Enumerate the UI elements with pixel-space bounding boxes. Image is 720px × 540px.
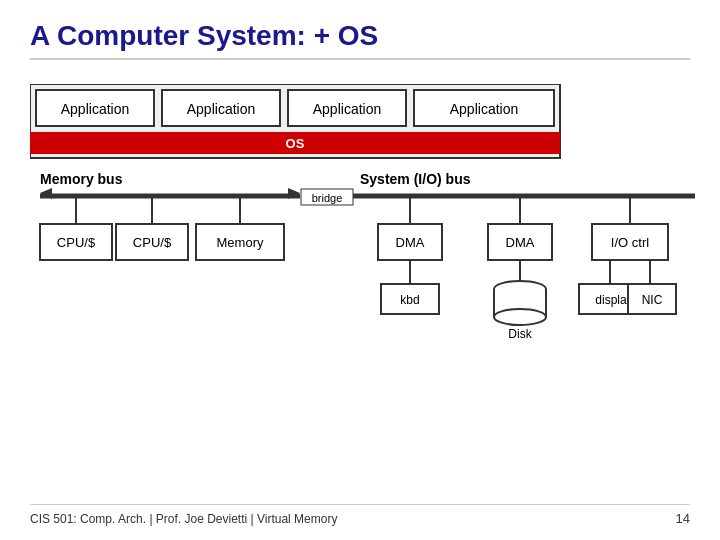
app4-label: Application [450,101,519,117]
diagram-area: Application Application Application Appl… [30,84,710,408]
footer-text: CIS 501: Comp. Arch. | Prof. Joe Deviett… [30,512,337,526]
system-bus-label: System (I/O) bus [360,171,471,187]
nic-label: NIC [642,293,663,307]
app2-label: Application [187,101,256,117]
memory-label: Memory [217,235,264,250]
app1-label: Application [61,101,130,117]
dma2-label: DMA [506,235,535,250]
kbd-label: kbd [400,293,419,307]
cpu1-label: CPU/$ [57,235,96,250]
app3-label: Application [313,101,382,117]
os-label: OS [286,136,305,151]
footer: CIS 501: Comp. Arch. | Prof. Joe Deviett… [30,504,690,526]
page-number: 14 [676,511,690,526]
diagram-svg: Application Application Application Appl… [30,84,710,404]
disk-label: Disk [508,327,532,341]
bridge-label: bridge [312,192,343,204]
dma1-label: DMA [396,235,425,250]
slide-title: A Computer System: + OS [30,20,690,60]
cpu2-label: CPU/$ [133,235,172,250]
memory-bus-label: Memory bus [40,171,123,187]
slide: A Computer System: + OS Application Appl… [0,0,720,540]
svg-point-28 [494,309,546,325]
io-ctrl-label: I/O ctrl [611,235,649,250]
